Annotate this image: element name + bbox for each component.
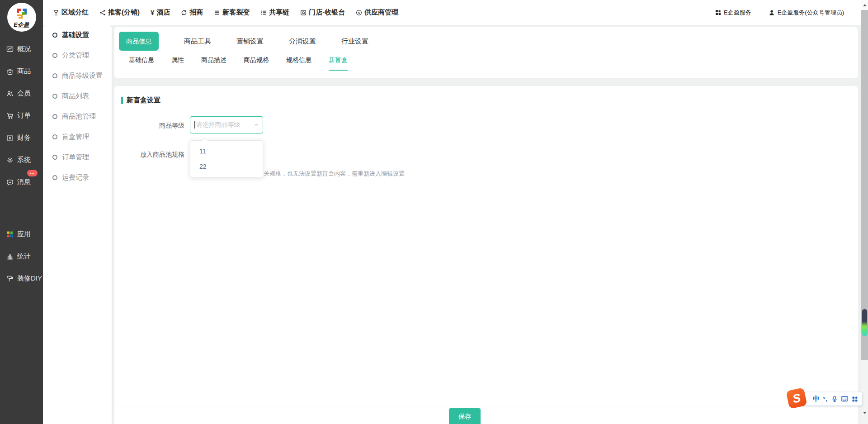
members-icon [6,90,14,98]
select-placeholder: 请选择商品等级 [196,121,254,129]
goods-level-select[interactable]: 请选择商品等级 [190,116,263,133]
tab-industry-settings[interactable]: 行业设置 [341,37,368,46]
topnav-item-hotel[interactable]: ¥ 酒店 [151,8,170,17]
topnav-item-share-chain[interactable]: 共享链 [260,8,289,17]
subtab-basic-info[interactable]: 基础信息 [129,56,154,71]
sidebar-item-decor-diy[interactable]: 装修DIY [0,267,43,290]
radio-circle-icon [52,155,57,160]
radio-circle-icon [52,53,57,58]
overview-icon [6,45,14,53]
scrollbar-down-arrow[interactable] [863,412,867,414]
topbar-right: E企盈服务 E企盈服务(公众号管理员) [715,9,861,17]
subnav-item-basic-settings[interactable]: 基础设置 [43,25,112,45]
message-bubble-icon [6,178,14,186]
main-content: 商品信息 商品工具 营销设置 分润设置 行业设置 基础信息 属性 商品描述 商品… [114,0,858,424]
sogou-logo-icon[interactable]: S [786,387,807,409]
tab-goods-tools[interactable]: 商品工具 [184,37,211,46]
radio-circle-icon [52,175,57,180]
ime-punct-toggle[interactable]: °, [823,395,828,402]
subnav-item-goods-list[interactable]: 商品列表 [43,86,112,106]
radio-circle-icon [52,134,57,139]
title-accent-bar [121,97,123,104]
subtab-goods-specs[interactable]: 商品规格 [244,56,269,71]
sub-sidebar: 基础设置 分类管理 商品等级设置 商品列表 商品池管理 盲盒管理 订单管理 运费… [43,25,112,424]
dropdown-arrow-notch [202,138,208,143]
topnav-item-store-cashier[interactable]: 门店-收银台 [300,8,345,17]
scrollbar-up-arrow[interactable] [861,0,868,10]
radio-circle-icon [52,114,57,119]
dropdown-option-22[interactable]: 22 [190,159,263,174]
scrollbar-thumb[interactable] [862,309,867,336]
user-icon [769,10,775,16]
topnav-item-investment[interactable]: 招商 [181,8,203,17]
region-bonus-icon [53,10,59,16]
ime-toolbox-button[interactable] [852,396,858,402]
pool-spec-label: 放入商品池规格 [117,150,184,159]
save-button[interactable]: 保存 [449,408,481,424]
share-nodes-icon [99,10,106,16]
sidebar-item-goods[interactable]: 商品 [0,60,43,82]
main-sidebar: E企盈 概况 商品 会员 订单 财务 系统 消息 ... 应用 统计 [0,0,43,424]
topnav-item-distribution[interactable]: 推客(分销) [99,8,140,17]
subtab-goods-description[interactable]: 商品描述 [201,56,226,71]
subtab-new-blindbox[interactable]: 新盲盒 [329,56,348,71]
page-scrollbar [861,0,868,424]
recycle-arrows-icon [181,10,187,16]
finance-icon [6,134,14,142]
services-menu[interactable]: E企盈服务 [715,9,751,17]
account-menu[interactable]: E企盈服务(公众号管理员) [769,9,844,17]
sidebar-item-orders[interactable]: 订单 [0,105,43,127]
sidebar-item-overview[interactable]: 概况 [0,38,43,60]
sidebar-item-finance[interactable]: 财务 [0,127,43,149]
logo-circle: E企盈 [7,3,36,32]
subtab-spec-info[interactable]: 规格信息 [286,56,311,71]
subnav-item-goods-level-settings[interactable]: 商品等级设置 [43,66,112,86]
topnav-item-supplier[interactable]: S 供应商管理 [356,8,398,17]
topbar: 区域分红 推客(分销) ¥ 酒店 招商 新客裂变 共享链 门店-收银台 S 供应… [43,0,861,25]
sidebar-item-members[interactable]: 会员 [0,82,43,105]
radio-circle-icon [52,73,57,78]
topnav-item-region-bonus[interactable]: 区域分红 [53,8,89,17]
sidebar-item-messages[interactable]: 消息 ... [0,171,43,193]
subtab-attributes[interactable]: 属性 [171,56,184,71]
radio-circle-icon [52,94,57,99]
triple-bar-icon [214,10,220,16]
goods-bag-icon [6,67,14,76]
tab-profit-settings[interactable]: 分润设置 [289,37,316,46]
paint-roller-icon [6,275,14,283]
yen-icon: ¥ [151,9,154,16]
brand-logo-icon [15,7,28,20]
sidebar-item-system[interactable]: 系统 [0,149,43,171]
supplier-icon: S [356,10,362,16]
svg-text:S: S [358,10,360,14]
ime-mic-button[interactable] [831,395,838,402]
topnav-item-fission[interactable]: 新客裂变 [214,8,250,17]
subnav-item-blindbox-manage[interactable]: 盲盒管理 [43,127,112,147]
subnav-item-category-manage[interactable]: 分类管理 [43,45,112,66]
tab-marketing-settings[interactable]: 营销设置 [236,37,264,46]
messages-badge: ... [27,170,38,176]
triangle-up-icon [863,4,867,6]
sub-tabs: 基础信息 属性 商品描述 商品规格 规格信息 新盲盒 [114,56,858,71]
gear-icon [6,156,14,164]
sidebar-item-stats[interactable]: 统计 [0,245,43,267]
section-title: 新盲盒设置 [121,96,160,105]
top-navigation: 区域分红 推客(分销) ¥ 酒店 招商 新客裂变 共享链 门店-收银台 S 供应… [53,8,398,17]
subnav-item-order-manage[interactable]: 订单管理 [43,147,112,167]
apps-grid-icon [6,230,14,238]
storefront-icon [300,10,307,16]
subnav-item-goods-pool-manage[interactable]: 商品池管理 [43,106,112,127]
dropdown-option-11[interactable]: 11 [190,143,263,159]
blindbox-settings-panel: 新盲盒设置 商品等级 请选择商品等级 11 22 放入商品池规格 关规格，也无法… [114,86,858,406]
sidebar-item-apps[interactable]: 应用 [0,223,43,245]
chevron-up-icon [254,122,259,128]
ime-lang-toggle[interactable]: 中 [813,395,820,403]
ime-keyboard-button[interactable] [841,396,848,402]
scrollbar-track[interactable] [861,10,868,360]
list-icon [260,10,267,16]
footer-bar: 保存 [114,406,858,424]
orders-cart-icon [6,112,14,120]
tabs-card: 商品信息 商品工具 营销设置 分润设置 行业设置 基础信息 属性 商品描述 商品… [114,27,858,78]
tab-goods-info[interactable]: 商品信息 [119,32,159,51]
subnav-item-freight-records[interactable]: 运费记录 [43,167,112,188]
